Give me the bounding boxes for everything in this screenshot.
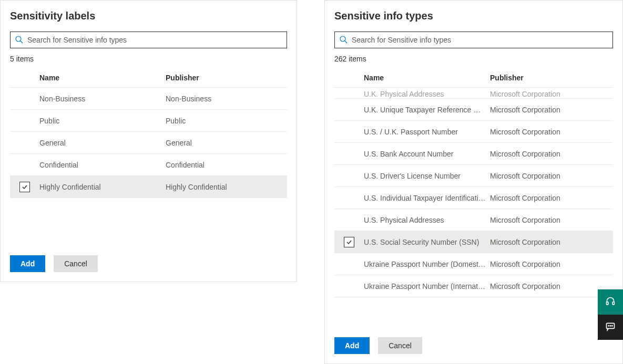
column-publisher[interactable]: Publisher bbox=[166, 74, 287, 82]
side-buttons bbox=[598, 289, 623, 340]
cell-publisher: Microsoft Corporation bbox=[490, 106, 613, 114]
feedback-button[interactable] bbox=[598, 315, 623, 340]
cell-name: U.S. Driver's License Number bbox=[364, 172, 490, 180]
items-count: 5 items bbox=[1, 48, 297, 63]
search-container bbox=[325, 22, 622, 48]
cell-name: U.S. Bank Account Number bbox=[364, 150, 490, 158]
svg-point-2 bbox=[340, 36, 345, 41]
svg-point-9 bbox=[612, 325, 612, 326]
cell-name: Public bbox=[39, 117, 166, 125]
labels-table: Name Publisher Non-BusinessNon-BusinessP… bbox=[1, 63, 297, 246]
table-header: Name Publisher bbox=[10, 68, 287, 88]
panel-title: Sensitive info types bbox=[325, 1, 622, 22]
cell-publisher: Microsoft Corporation bbox=[490, 260, 613, 268]
cell-publisher: Microsoft Corporation bbox=[490, 172, 613, 180]
table-row[interactable]: ConfidentialConfidential bbox=[10, 154, 287, 176]
items-count: 262 items bbox=[325, 48, 622, 63]
cell-name: General bbox=[39, 139, 166, 147]
search-container bbox=[1, 22, 297, 48]
button-row: Add Cancel bbox=[1, 246, 297, 282]
panel-title: Sensitivity labels bbox=[1, 1, 297, 22]
table-row[interactable]: Highly ConfidentialHighly Confidential bbox=[10, 176, 287, 198]
cell-name: Ukraine Passport Number (Domestic) bbox=[364, 260, 490, 268]
cell-name: U.S. / U.K. Passport Number bbox=[364, 128, 490, 136]
checkbox[interactable] bbox=[19, 182, 30, 192]
table-row[interactable]: Non-BusinessNon-Business bbox=[10, 88, 287, 110]
sensitive-info-types-panel: Sensitive info types 262 items Name Publ… bbox=[324, 0, 623, 364]
search-icon bbox=[339, 35, 352, 45]
svg-point-0 bbox=[16, 36, 21, 41]
table-row[interactable]: U.S. Driver's License NumberMicrosoft Co… bbox=[334, 165, 613, 187]
add-button[interactable]: Add bbox=[334, 337, 370, 354]
help-button[interactable] bbox=[598, 289, 623, 315]
column-name[interactable]: Name bbox=[39, 74, 166, 82]
cell-publisher: General bbox=[166, 139, 287, 147]
search-input[interactable] bbox=[27, 36, 282, 44]
cell-publisher: Microsoft Corporation bbox=[490, 90, 613, 98]
table-row[interactable]: U.S. / U.K. Passport NumberMicrosoft Cor… bbox=[334, 121, 613, 143]
sensitivity-labels-panel: Sensitivity labels 5 items Name Publishe… bbox=[0, 0, 297, 282]
table-row[interactable]: U.S. Individual Taxpayer Identification … bbox=[334, 187, 613, 209]
column-publisher[interactable]: Publisher bbox=[490, 74, 613, 82]
cell-name: U.S. Individual Taxpayer Identification … bbox=[364, 194, 490, 202]
cell-publisher: Public bbox=[166, 117, 287, 125]
cell-name: Confidential bbox=[39, 161, 166, 169]
cancel-button[interactable]: Cancel bbox=[54, 255, 98, 272]
table-row[interactable]: PublicPublic bbox=[10, 110, 287, 132]
table-row[interactable]: GeneralGeneral bbox=[10, 132, 287, 154]
add-button[interactable]: Add bbox=[10, 255, 45, 272]
button-row: Add Cancel bbox=[325, 328, 622, 363]
svg-rect-5 bbox=[612, 301, 614, 304]
svg-point-8 bbox=[610, 325, 610, 326]
cell-name: Highly Confidential bbox=[39, 183, 166, 191]
cell-publisher: Microsoft Corporation bbox=[490, 150, 613, 158]
cell-publisher: Non-Business bbox=[166, 95, 287, 103]
table-row[interactable]: Ukraine Passport Number (International)M… bbox=[334, 275, 613, 297]
cell-name: U.S. Physical Addresses bbox=[364, 216, 490, 224]
column-name[interactable]: Name bbox=[364, 74, 490, 82]
cell-name: Ukraine Passport Number (International) bbox=[364, 282, 490, 290]
table-row[interactable]: U.S. Bank Account NumberMicrosoft Corpor… bbox=[334, 143, 613, 165]
svg-line-3 bbox=[345, 41, 347, 43]
table-header: Name Publisher bbox=[334, 68, 613, 88]
search-icon bbox=[15, 35, 27, 45]
cell-publisher: Microsoft Corporation bbox=[490, 128, 613, 136]
table-row[interactable]: U.K. Unique Taxpayer Reference NumberMic… bbox=[334, 99, 613, 121]
cell-publisher: Highly Confidential bbox=[166, 183, 287, 191]
headset-icon bbox=[605, 296, 616, 308]
cell-publisher: Microsoft Corporation bbox=[490, 238, 613, 246]
cancel-button[interactable]: Cancel bbox=[378, 337, 422, 354]
svg-point-7 bbox=[608, 325, 609, 326]
svg-rect-4 bbox=[607, 301, 608, 304]
search-box[interactable] bbox=[10, 32, 287, 48]
table-row[interactable]: Ukraine Passport Number (Domestic)Micros… bbox=[334, 253, 613, 275]
cell-publisher: Microsoft Corporation bbox=[490, 282, 613, 290]
rows-scroll-area[interactable]: U.K. Physical Addresses Microsoft Corpor… bbox=[334, 88, 613, 328]
cell-publisher: Microsoft Corporation bbox=[490, 194, 613, 202]
cell-publisher: Microsoft Corporation bbox=[490, 216, 613, 224]
cell-name: U.K. Unique Taxpayer Reference Number bbox=[364, 106, 490, 114]
info-types-table: Name Publisher U.K. Physical Addresses M… bbox=[325, 63, 622, 328]
cell-name: U.K. Physical Addresses bbox=[364, 90, 490, 98]
table-row[interactable]: U.K. Physical Addresses Microsoft Corpor… bbox=[334, 88, 613, 99]
chat-icon bbox=[605, 321, 616, 334]
search-box[interactable] bbox=[334, 32, 613, 48]
cell-name: Non-Business bbox=[39, 95, 166, 103]
cell-publisher: Confidential bbox=[166, 161, 287, 169]
table-row[interactable]: U.S. Physical AddressesMicrosoft Corpora… bbox=[334, 209, 613, 231]
table-row[interactable]: U.S. Social Security Number (SSN)Microso… bbox=[334, 231, 613, 253]
cell-name: U.S. Social Security Number (SSN) bbox=[364, 238, 490, 246]
search-input[interactable] bbox=[352, 36, 608, 44]
svg-line-1 bbox=[21, 41, 23, 43]
checkbox[interactable] bbox=[344, 237, 354, 247]
